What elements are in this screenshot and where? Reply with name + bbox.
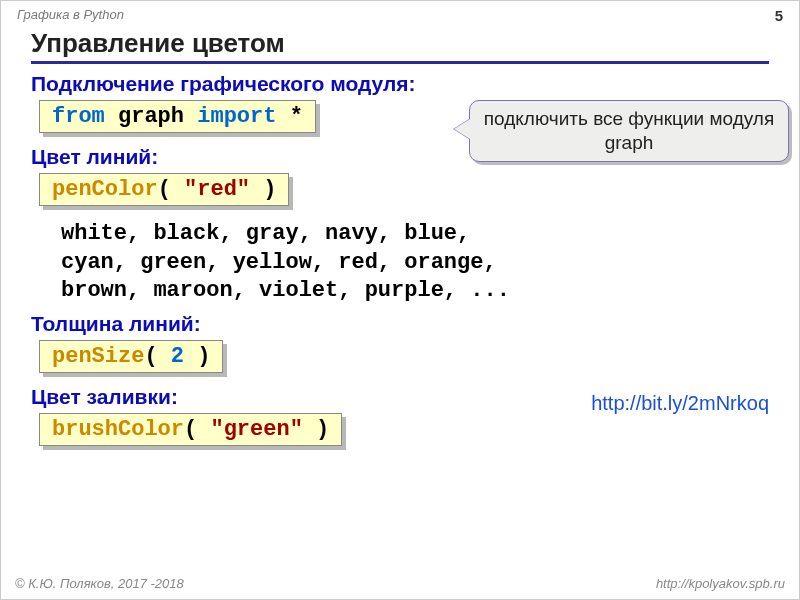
footer: © К.Ю. Поляков, 2017 -2018 http://kpolya… — [1, 572, 799, 595]
callout-tooltip: подключить все функции модуля graph — [469, 100, 789, 162]
fn-brushcolor: brushColor — [52, 417, 184, 442]
code-box-brushcolor: brushColor( "green" ) — [39, 413, 342, 446]
color-list-line: brown, maroon, violet, purple, ... — [61, 277, 769, 306]
slide-title: Управление цветом — [31, 28, 769, 64]
import-star: * — [276, 104, 302, 129]
module-name: graph — [105, 104, 197, 129]
page-number: 5 — [775, 7, 783, 24]
keyword-from: from — [52, 104, 105, 129]
code-box-pencolor: penColor( "red" ) — [39, 173, 289, 206]
color-list: white, black, gray, navy, blue, cyan, gr… — [61, 220, 769, 306]
code-box-import: from graph import * — [39, 100, 316, 133]
code-box-pensize: penSize( 2 ) — [39, 340, 223, 373]
arg-green: "green" — [210, 417, 302, 442]
keyword-import: import — [197, 104, 276, 129]
arg-two: 2 — [171, 344, 184, 369]
header-bar: Графика в Python 5 — [1, 1, 799, 26]
footer-copyright: © К.Ю. Поляков, 2017 -2018 — [15, 576, 184, 591]
arg-red: "red" — [184, 177, 250, 202]
fn-pensize: penSize — [52, 344, 144, 369]
breadcrumb: Графика в Python — [17, 7, 124, 24]
color-list-line: white, black, gray, navy, blue, — [61, 220, 769, 249]
fn-pencolor: penColor — [52, 177, 158, 202]
external-link[interactable]: http://bit.ly/2mNrkoq — [591, 392, 769, 415]
section-heading-import: Подключение графического модуля: — [31, 72, 769, 96]
footer-url: http://kpolyakov.spb.ru — [656, 576, 785, 591]
section-heading-pensize: Толщина линий: — [31, 312, 769, 336]
color-list-line: cyan, green, yellow, red, orange, — [61, 249, 769, 278]
